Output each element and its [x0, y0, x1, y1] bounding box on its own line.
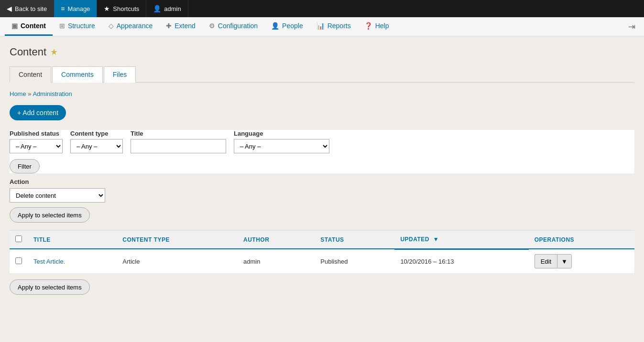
content-type-select[interactable]: – Any – Article Basic page [70, 139, 123, 153]
admin-bar: ◀ Back to site ≡ Manage ★ Shortcuts 👤 ad… [0, 0, 644, 17]
apply-bottom-button[interactable]: Apply to selected items [10, 279, 90, 295]
user-icon: 👤 [153, 5, 161, 12]
breadcrumb-home[interactable]: Home [10, 90, 26, 97]
filter-section: Published status – Any – Published Unpub… [10, 130, 634, 173]
manage-link[interactable]: ≡ Manage [54, 0, 97, 17]
admin-user-link[interactable]: 👤 admin [146, 0, 188, 17]
nav-collapse-btn[interactable]: ⇥ [624, 17, 639, 36]
edit-button[interactable]: Edit [535, 254, 557, 268]
structure-nav-icon: ⊞ [59, 22, 65, 30]
row-checkbox[interactable] [15, 257, 22, 264]
select-all-checkbox[interactable] [15, 235, 22, 242]
nav-structure[interactable]: ⊞ Structure [53, 17, 102, 36]
nav-extend-label: Extend [175, 22, 196, 30]
add-content-button[interactable]: + Add content [10, 105, 66, 120]
bookmark-star-icon[interactable]: ★ [50, 47, 58, 57]
col-content-type-label: CONTENT TYPE [122, 236, 170, 243]
nav-people[interactable]: 👤 People [264, 17, 310, 36]
edit-dropdown-button[interactable]: ▼ [557, 254, 572, 268]
nav-reports-label: Reports [327, 22, 351, 30]
language-label: Language [234, 130, 329, 137]
page-title: Content ★ [10, 46, 634, 58]
people-nav-icon: 👤 [271, 22, 279, 30]
appearance-nav-icon: ◇ [109, 22, 114, 30]
table-header-checkbox [10, 231, 28, 249]
table-col-content-type[interactable]: CONTENT TYPE [117, 231, 238, 249]
published-status-select[interactable]: – Any – Published Unpublished [10, 139, 63, 153]
row-author-cell: admin [238, 249, 315, 274]
manage-label: Manage [67, 5, 90, 12]
title-field: Title [131, 130, 226, 153]
col-author-label: AUTHOR [243, 236, 269, 243]
shortcuts-label: Shortcuts [113, 5, 139, 12]
nav-structure-label: Structure [68, 22, 95, 30]
action-label: Action [10, 178, 634, 185]
nav-help[interactable]: ❓ Help [358, 17, 396, 36]
col-title-label: TITLE [33, 236, 51, 243]
page-content: Content ★ Content Comments Files Home » … [0, 36, 644, 342]
language-select[interactable]: – Any – English [234, 139, 329, 153]
bottom-apply-section: Apply to selected items [10, 279, 634, 295]
page-title-text: Content [10, 46, 46, 58]
table-header-row: TITLE CONTENT TYPE AUTHOR STATUS UPDATED… [10, 231, 634, 249]
table-col-status[interactable]: STATUS [315, 231, 394, 249]
table-row: Test Article. Article admin Published 10… [10, 249, 634, 274]
breadcrumb: Home » Administration [10, 90, 634, 97]
nav-help-label: Help [375, 22, 389, 30]
tab-content[interactable]: Content [10, 66, 51, 83]
row-title-link[interactable]: Test Article. [33, 258, 65, 265]
tab-files[interactable]: Files [104, 66, 136, 83]
breadcrumb-separator: » [28, 90, 31, 97]
tab-content-label: Content [19, 71, 42, 78]
row-operations-cell: Edit ▼ [529, 249, 634, 274]
extend-nav-icon: ✚ [166, 22, 172, 30]
title-label: Title [131, 130, 226, 137]
row-status: Published [320, 258, 348, 265]
back-to-site-link[interactable]: ◀ Back to site [0, 0, 54, 17]
table-col-title[interactable]: TITLE [28, 231, 117, 249]
help-nav-icon: ❓ [364, 22, 372, 30]
content-table: TITLE CONTENT TYPE AUTHOR STATUS UPDATED… [10, 230, 634, 274]
table-header: TITLE CONTENT TYPE AUTHOR STATUS UPDATED… [10, 231, 634, 249]
col-status-label: STATUS [320, 236, 344, 243]
row-title-cell: Test Article. [28, 249, 117, 274]
col-operations-label: OPERATIONS [535, 236, 574, 243]
nav-appearance-label: Appearance [117, 22, 153, 30]
admin-label: admin [164, 5, 181, 12]
config-nav-icon: ⚙ [209, 22, 215, 30]
row-updated-cell: 10/20/2016 – 16:13 [394, 249, 528, 274]
content-type-field: Content type – Any – Article Basic page [70, 130, 123, 153]
tab-comments[interactable]: Comments [52, 66, 103, 83]
content-nav-icon: ▣ [11, 22, 18, 30]
nav-content-label: Content [21, 22, 46, 30]
table-body: Test Article. Article admin Published 10… [10, 249, 634, 274]
filter-button[interactable]: Filter [10, 159, 40, 173]
back-arrow-icon: ◀ [7, 5, 12, 12]
reports-nav-icon: 📊 [317, 22, 325, 30]
secondary-nav: ▣ Content ⊞ Structure ◇ Appearance ✚ Ext… [0, 17, 644, 36]
table-col-updated[interactable]: UPDATED ▼ [394, 231, 528, 249]
content-type-label: Content type [70, 130, 123, 137]
title-input[interactable] [131, 139, 226, 153]
action-section: Action Delete content Publish content Un… [10, 178, 634, 223]
sort-desc-icon: ▼ [433, 236, 439, 243]
nav-people-label: People [282, 22, 303, 30]
nav-appearance[interactable]: ◇ Appearance [102, 17, 160, 36]
row-content-type: Article [122, 258, 140, 265]
nav-extend[interactable]: ✚ Extend [159, 17, 202, 36]
breadcrumb-administration[interactable]: Administration [33, 90, 72, 97]
nav-content[interactable]: ▣ Content [5, 17, 53, 36]
row-author-link[interactable]: admin [243, 258, 260, 265]
nav-reports[interactable]: 📊 Reports [310, 17, 358, 36]
table-col-author[interactable]: AUTHOR [238, 231, 315, 249]
row-content-type-cell: Article [117, 249, 238, 274]
col-updated-label: UPDATED [400, 236, 429, 243]
filter-row: Published status – Any – Published Unpub… [10, 130, 634, 153]
apply-top-button[interactable]: Apply to selected items [10, 207, 90, 223]
row-checkbox-cell [10, 249, 28, 274]
action-select[interactable]: Delete content Publish content Unpublish… [10, 188, 105, 203]
action-select-wrap: Delete content Publish content Unpublish… [10, 188, 634, 203]
nav-configuration[interactable]: ⚙ Configuration [202, 17, 264, 36]
language-field: Language – Any – English [234, 130, 329, 153]
shortcuts-link[interactable]: ★ Shortcuts [97, 0, 146, 17]
